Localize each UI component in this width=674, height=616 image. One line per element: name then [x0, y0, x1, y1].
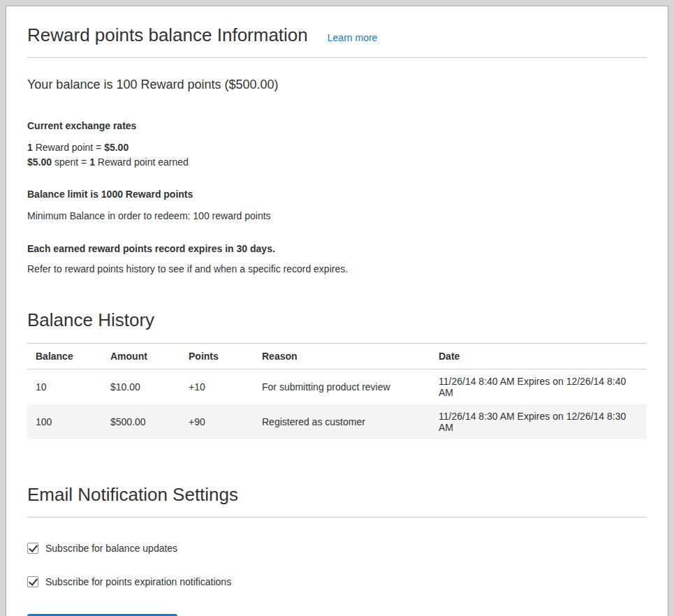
column-header-points: Points [180, 343, 254, 369]
cell-reason: Registered as customer [254, 404, 430, 439]
rate2-points: 1 [89, 156, 95, 168]
balance-limit-text: Balance limit is 1000 Reward points [27, 189, 647, 200]
minimum-balance-text: Minimum Balance in order to redeem: 100 … [27, 210, 647, 221]
email-settings-heading: Email Notification Settings [27, 484, 647, 506]
table-row: 100 $500.00 +90 Registered as customer 1… [27, 404, 647, 439]
page-title-row: Reward points balance Information Learn … [27, 24, 647, 58]
rate2-amount: $5.00 [27, 156, 52, 168]
balance-history-heading: Balance History [27, 309, 647, 331]
column-header-amount: Amount [102, 343, 180, 369]
subscribe-expiration-label[interactable]: Subscribe for points expiration notifica… [45, 576, 231, 587]
exchange-rate-currency-to-points: $5.00 spent = 1 Reward point earned [27, 156, 647, 169]
learn-more-link[interactable]: Learn more [328, 32, 378, 43]
exchange-rate-points-to-currency: 1 Reward point = $5.00 [27, 141, 647, 154]
cell-reason: For submitting product review [254, 369, 430, 404]
cell-balance: 100 [27, 404, 102, 439]
balance-history-table: Balance Amount Points Reason Date 10 $10… [27, 343, 647, 439]
cell-amount: $10.00 [102, 369, 180, 404]
rate1-middle: Reward point = [33, 142, 104, 153]
cell-balance: 10 [27, 369, 102, 404]
rate2-middle: spent = [52, 156, 89, 168]
column-header-date: Date [430, 343, 647, 369]
column-header-balance: Balance [27, 343, 102, 369]
subscribe-balance-updates-checkbox[interactable] [27, 543, 38, 554]
cell-date: 11/26/14 8:40 AM Expires on 12/26/14 8:4… [430, 369, 647, 404]
exchange-rates-heading: Current exchange rates [27, 120, 647, 131]
cell-date: 11/26/14 8:30 AM Expires on 12/26/14 8:3… [430, 404, 647, 439]
subscribe-balance-updates-label[interactable]: Subscribe for balance updates [45, 543, 177, 554]
expiry-note-text: Refer to reward points history to see if… [27, 263, 647, 274]
cell-amount: $500.00 [102, 404, 180, 439]
cell-points: +90 [180, 404, 254, 439]
column-header-reason: Reason [254, 343, 430, 369]
table-header-row: Balance Amount Points Reason Date [27, 343, 647, 369]
subscribe-expiration-checkbox[interactable] [27, 576, 38, 587]
balance-summary: Your balance is 100 Reward points ($500.… [27, 78, 647, 92]
subscribe-expiration-option[interactable]: Subscribe for points expiration notifica… [27, 576, 647, 587]
rate1-amount: $5.00 [104, 142, 129, 153]
table-row: 10 $10.00 +10 For submitting product rev… [27, 369, 647, 404]
email-settings-heading-row: Email Notification Settings [27, 484, 647, 518]
rate2-suffix: Reward point earned [95, 156, 189, 168]
subscribe-balance-updates-option[interactable]: Subscribe for balance updates [27, 543, 647, 554]
cell-points: +10 [180, 369, 254, 404]
reward-points-panel: Reward points balance Information Learn … [6, 6, 668, 616]
rate1-points: 1 [27, 142, 33, 153]
page-title: Reward points balance Information [27, 24, 308, 46]
expiry-policy-text: Each earned reward points record expires… [27, 243, 647, 254]
